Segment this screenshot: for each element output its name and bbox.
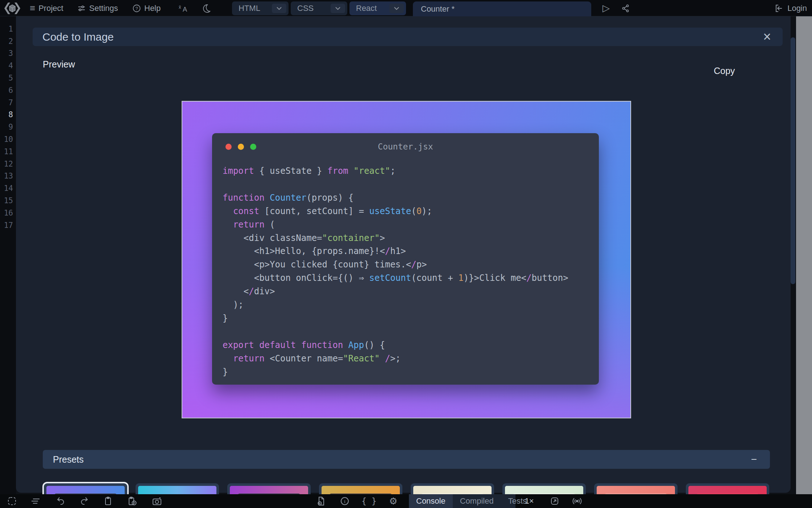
logo-icon bbox=[3, 1, 22, 16]
page-scrollbar[interactable] bbox=[796, 16, 812, 494]
code-window-title: Counter.jsx bbox=[212, 142, 599, 151]
chevron-down-icon bbox=[389, 4, 404, 13]
svg-text:?: ? bbox=[135, 5, 138, 11]
console-panel: ConsoleCompiledTests bbox=[409, 494, 515, 508]
line-number: 14 bbox=[0, 182, 16, 194]
statusbar-tab-compiled[interactable]: Compiled bbox=[453, 494, 501, 508]
line-number: 15 bbox=[0, 194, 16, 207]
screenshot-icon[interactable] bbox=[150, 494, 164, 508]
code-line: return <Counter name="React" />; bbox=[223, 352, 568, 365]
app-logo[interactable] bbox=[3, 0, 22, 16]
line-number-gutter: 1234567891011121314151617 bbox=[0, 16, 16, 494]
modal-header: Code to Image × bbox=[33, 28, 783, 46]
braces-icon[interactable]: { } bbox=[362, 494, 376, 508]
code-to-image-modal: Code to Image × Preview Copy Counter.jsx… bbox=[16, 16, 791, 493]
line-number: 6 bbox=[0, 84, 16, 97]
broadcast-icon[interactable] bbox=[570, 494, 584, 508]
chevron-down-icon bbox=[272, 4, 286, 13]
zoom-level-label: 1× bbox=[525, 496, 534, 506]
chevron-down-icon bbox=[331, 4, 345, 13]
line-number: 11 bbox=[0, 146, 16, 158]
script-select-value: React bbox=[356, 4, 377, 13]
hamburger-icon: ≡ bbox=[30, 3, 35, 14]
selection-icon[interactable] bbox=[5, 494, 19, 508]
code-line bbox=[223, 325, 568, 339]
line-number: 5 bbox=[0, 72, 16, 84]
login-button[interactable]: Login bbox=[775, 0, 807, 16]
line-number: 7 bbox=[0, 97, 16, 109]
help-icon: ? bbox=[132, 4, 141, 13]
line-number: 17 bbox=[0, 219, 16, 232]
line-number: 4 bbox=[0, 60, 16, 72]
code-image-preview: Counter.jsx import { useState } from "re… bbox=[182, 101, 631, 418]
format-lines-icon[interactable] bbox=[28, 494, 43, 508]
code-line: const [count, setCount] = useState(0); bbox=[223, 205, 568, 218]
status-bar: i { } ⚙ ConsoleCompiledTests 1× bbox=[0, 494, 812, 508]
code-window: Counter.jsx import { useState } from "re… bbox=[212, 133, 599, 385]
code-line: <div className="container"> bbox=[223, 232, 568, 245]
code-line bbox=[223, 178, 568, 191]
svg-text:x̄: x̄ bbox=[179, 4, 181, 10]
menu-settings[interactable]: Settings bbox=[77, 0, 118, 16]
export-file-icon[interactable] bbox=[314, 494, 328, 508]
line-number: 13 bbox=[0, 170, 16, 183]
menu-settings-label: Settings bbox=[89, 4, 118, 13]
code-line: </div> bbox=[223, 285, 568, 298]
moon-icon bbox=[202, 4, 211, 13]
login-icon bbox=[775, 4, 784, 13]
line-number: 9 bbox=[0, 121, 16, 133]
zoom-level[interactable]: 1× bbox=[521, 494, 538, 508]
script-panel-select[interactable]: React bbox=[349, 1, 406, 15]
login-label: Login bbox=[787, 4, 807, 13]
sliders-icon bbox=[77, 4, 86, 13]
external-link-icon[interactable] bbox=[547, 494, 562, 508]
css-panel-select[interactable]: CSS bbox=[291, 1, 347, 15]
translate-button[interactable]: x̄ A bbox=[178, 0, 189, 16]
close-icon[interactable]: × bbox=[759, 28, 775, 46]
html-select-value: HTML bbox=[239, 4, 260, 13]
file-tab-label: Counter * bbox=[421, 4, 455, 14]
line-number: 16 bbox=[0, 207, 16, 219]
top-bar: ≡ Project Settings ? Help x̄ A bbox=[0, 0, 812, 16]
gear-icon[interactable]: ⚙ bbox=[386, 494, 401, 508]
undo-icon[interactable] bbox=[53, 494, 68, 508]
css-select-value: CSS bbox=[297, 4, 314, 13]
code-line: import { useState } from "react"; bbox=[223, 164, 568, 178]
statusbar-tab-console[interactable]: Console bbox=[409, 494, 453, 508]
menu-help[interactable]: ? Help bbox=[132, 0, 161, 16]
code-line: <p>You clicked {count} times.</p> bbox=[223, 258, 568, 271]
collapse-icon[interactable]: − bbox=[751, 454, 757, 465]
line-number: 12 bbox=[0, 158, 16, 170]
code-line: } bbox=[223, 365, 568, 379]
clipboard-icon[interactable] bbox=[101, 494, 115, 508]
menu-project[interactable]: ≡ Project bbox=[30, 0, 63, 16]
redo-icon[interactable] bbox=[77, 494, 92, 508]
code-line: return ( bbox=[223, 218, 568, 232]
code-line: function Counter(props) { bbox=[223, 191, 568, 205]
file-tab-counter[interactable]: Counter * bbox=[413, 1, 591, 16]
clipboard-copy-icon[interactable] bbox=[125, 494, 140, 508]
svg-text:i: i bbox=[344, 499, 345, 504]
menu-project-label: Project bbox=[38, 4, 63, 13]
line-number: 3 bbox=[0, 48, 16, 60]
code-line: ); bbox=[223, 298, 568, 312]
presets-label: Presets bbox=[53, 454, 84, 465]
share-button[interactable] bbox=[621, 0, 630, 16]
svg-text:A: A bbox=[183, 6, 187, 13]
translate-icon: x̄ A bbox=[178, 4, 189, 13]
code-line: <button onClick={() ⇒ setCount(count + 1… bbox=[223, 271, 568, 285]
run-button[interactable]: ▷ bbox=[602, 0, 610, 16]
line-number: 10 bbox=[0, 133, 16, 146]
code-line: export default function App() { bbox=[223, 339, 568, 352]
modal-scrollbar-thumb[interactable] bbox=[791, 37, 795, 284]
theme-toggle[interactable] bbox=[202, 0, 211, 16]
code-block: import { useState } from "react"; functi… bbox=[223, 164, 568, 379]
line-number: 1 bbox=[0, 23, 16, 35]
info-icon[interactable]: i bbox=[337, 494, 352, 508]
app-root: 1234567891011121314151617 Code to Image … bbox=[0, 0, 812, 508]
presets-header[interactable]: Presets − bbox=[43, 450, 770, 469]
html-panel-select[interactable]: HTML bbox=[232, 1, 289, 15]
menu-help-label: Help bbox=[144, 4, 161, 13]
preview-label: Preview bbox=[43, 59, 75, 70]
copy-button[interactable]: Copy bbox=[714, 66, 735, 76]
